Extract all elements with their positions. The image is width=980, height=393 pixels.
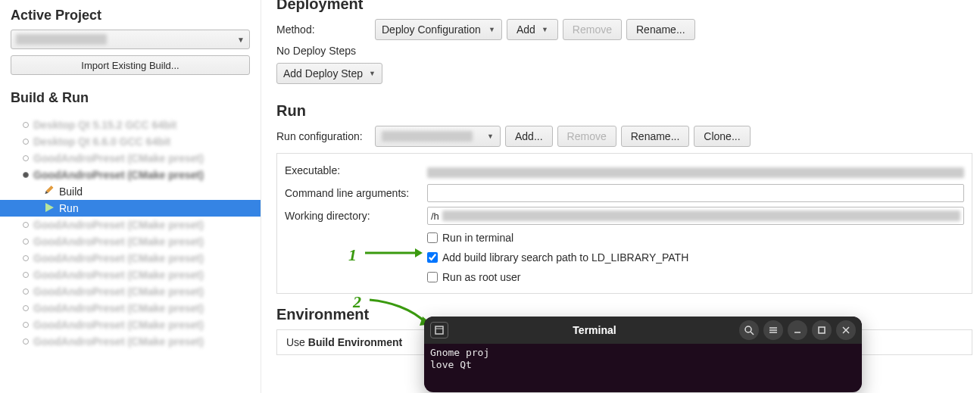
cmdline-label: Command line arguments: [285, 187, 427, 199]
radio-icon [23, 338, 29, 345]
maximize-icon[interactable] [812, 320, 832, 340]
annotation-arrow-1 [364, 242, 424, 265]
kit-item[interactable]: Desktop Qt 6.6.0 GCC 64bit [0, 133, 261, 150]
kit-list: Desktop Qt 5.15.2 GCC 64bit Desktop Qt 6… [0, 112, 261, 350]
use-prefix: Use [286, 336, 308, 348]
ld-library-path-checkbox[interactable] [427, 252, 438, 263]
terminal-window: Terminal Gnome proj love Qt [424, 317, 862, 392]
run-details-frame: Executable: Command line arguments: Work… [276, 153, 972, 294]
kit-build-item[interactable]: Build [0, 183, 261, 200]
svg-rect-0 [46, 186, 54, 193]
deploy-method-value: Deploy Configuration [382, 23, 481, 36]
import-existing-build-button[interactable]: Import Existing Build... [11, 55, 250, 75]
run-as-root-label: Run as root user [442, 271, 521, 283]
annotation-2: 2 [353, 292, 361, 312]
svg-line-9 [751, 332, 754, 335]
add-deploy-step-button[interactable]: Add Deploy Step ▼ [276, 63, 382, 84]
chevron-down-icon: ▼ [487, 133, 494, 140]
kit-item[interactable]: GoodAndroPreset (CMake preset) [0, 150, 261, 167]
terminal-title: Terminal [454, 324, 735, 336]
run-rename-button[interactable]: Rename... [621, 126, 690, 147]
deploy-method-dropdown[interactable]: Deploy Configuration ▼ [375, 19, 502, 40]
executable-label: Executable: [285, 164, 427, 176]
run-as-root-row[interactable]: Run as root user [427, 267, 964, 287]
run-clone-button[interactable]: Clone... [694, 126, 750, 147]
kit-item[interactable]: GoodAndroPreset (CMake preset) [0, 300, 261, 317]
kit-item[interactable]: GoodAndroPreset (CMake preset) [0, 250, 261, 267]
kit-label: Desktop Qt 6.6.0 GCC 64bit [33, 136, 170, 148]
search-icon[interactable] [739, 320, 759, 340]
run-label: Run [59, 202, 79, 214]
kit-label: GoodAndroPreset (CMake preset) [33, 219, 204, 231]
radio-icon [23, 139, 29, 145]
add-step-label: Add Deploy Step [283, 67, 363, 80]
radio-icon [23, 289, 29, 295]
ld-library-path-row[interactable]: Add build library search path to LD_LIBR… [427, 248, 964, 267]
kit-label: GoodAndroPreset (CMake preset) [33, 302, 204, 314]
radio-icon [23, 305, 29, 311]
deployment-heading: Deployment [276, 0, 972, 13]
project-name-blurred [16, 34, 107, 45]
active-project-dropdown[interactable]: ▼ [11, 30, 250, 49]
pencil-icon [42, 183, 57, 198]
build-run-heading: Build & Run [0, 87, 261, 112]
run-as-root-checkbox[interactable] [427, 272, 438, 282]
kit-item[interactable]: GoodAndroPreset (CMake preset) [0, 233, 261, 250]
ld-library-path-label: Add build library search path to LD_LIBR… [442, 251, 688, 264]
chevron-down-icon: ▼ [237, 36, 245, 44]
run-add-button[interactable]: Add... [505, 126, 553, 147]
radio-icon [23, 322, 29, 328]
terminal-tab-icon [435, 326, 444, 335]
svg-marker-4 [415, 248, 423, 257]
kit-item[interactable]: GoodAndroPreset (CMake preset) [0, 333, 261, 350]
terminal-tab-button[interactable] [430, 322, 448, 338]
kit-item[interactable]: GoodAndroPreset (CMake preset) [0, 217, 261, 233]
kit-run-item[interactable]: Run [0, 200, 261, 217]
deploy-add-button[interactable]: Add ▼ [507, 19, 558, 40]
chevron-down-icon: ▼ [369, 70, 376, 77]
kit-item[interactable]: GoodAndroPreset (CMake preset) [0, 267, 261, 283]
kit-item-selected[interactable]: GoodAndroPreset (CMake preset) [0, 167, 261, 183]
run-config-dropdown[interactable]: ▼ [375, 126, 501, 147]
play-icon [44, 202, 55, 213]
cmdline-input[interactable] [427, 184, 964, 202]
sidebar: Active Project ▼ Import Existing Build..… [0, 0, 261, 393]
kit-item[interactable]: Desktop Qt 5.15.2 GCC 64bit [0, 117, 261, 133]
svg-marker-2 [45, 203, 54, 212]
kit-label: GoodAndroPreset (CMake preset) [33, 252, 204, 264]
kit-label: GoodAndroPreset (CMake preset) [33, 235, 204, 248]
svg-rect-6 [435, 326, 443, 334]
run-in-terminal-checkbox[interactable] [427, 232, 438, 243]
executable-value-blurred [427, 167, 964, 178]
kit-item[interactable]: GoodAndroPreset (CMake preset) [0, 283, 261, 300]
svg-rect-14 [819, 327, 825, 333]
kit-label: GoodAndroPreset (CMake preset) [33, 319, 204, 331]
run-heading: Run [276, 102, 972, 120]
deploy-rename-button[interactable]: Rename... [626, 19, 695, 40]
run-in-terminal-row[interactable]: Run in terminal [427, 228, 964, 248]
no-deploy-steps-text: No Deploy Steps [276, 45, 972, 57]
radio-icon [23, 222, 29, 228]
method-label: Method: [276, 23, 375, 36]
chevron-down-icon: ▼ [541, 26, 548, 33]
close-icon[interactable] [836, 320, 856, 340]
workdir-label: Working directory: [285, 210, 427, 222]
minimize-icon[interactable] [788, 320, 807, 340]
kit-label: GoodAndroPreset (CMake preset) [33, 269, 204, 281]
radio-icon [23, 255, 29, 261]
radio-icon [23, 172, 29, 178]
kit-label: Desktop Qt 5.15.2 GCC 64bit [33, 119, 176, 131]
svg-point-8 [745, 326, 751, 332]
annotation-1: 1 [348, 245, 357, 265]
kit-item[interactable]: GoodAndroPreset (CMake preset) [0, 317, 261, 333]
kit-label: GoodAndroPreset (CMake preset) [33, 169, 204, 181]
add-label: Add [517, 23, 535, 36]
build-label: Build [59, 186, 83, 198]
deploy-remove-button: Remove [563, 19, 622, 40]
hamburger-icon[interactable] [763, 320, 783, 340]
run-config-value-blurred [382, 131, 473, 142]
run-config-label: Run configuration: [276, 130, 375, 142]
kit-label: GoodAndroPreset (CMake preset) [33, 335, 204, 348]
radio-icon [23, 155, 29, 161]
radio-icon [23, 272, 29, 278]
